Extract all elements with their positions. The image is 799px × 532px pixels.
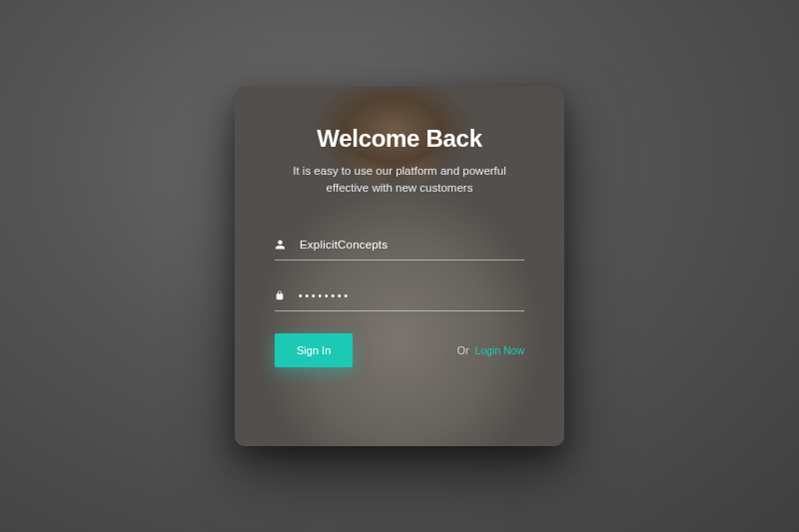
- subtitle-line-2: effective with new customers: [327, 182, 473, 194]
- password-field-wrap: [275, 282, 524, 311]
- form-actions: Sign In Or Login Now: [275, 333, 524, 367]
- signin-button[interactable]: Sign In: [275, 333, 353, 367]
- subtitle-line-1: It is easy to use our platform and power…: [293, 165, 506, 177]
- page-title: Welcome Back: [275, 125, 524, 153]
- login-alt: Or Login Now: [457, 344, 524, 356]
- username-field-wrap: [275, 232, 524, 261]
- page-subtitle: It is easy to use our platform and power…: [275, 163, 524, 199]
- card-content: Welcome Back It is easy to use our platf…: [235, 87, 564, 446]
- username-input[interactable]: [300, 239, 524, 251]
- login-card: Welcome Back It is easy to use our platf…: [235, 87, 564, 446]
- or-text: Or: [457, 344, 469, 356]
- login-now-link[interactable]: Login Now: [474, 344, 524, 356]
- login-form: Sign In Or Login Now: [275, 232, 524, 367]
- user-icon: [275, 239, 286, 251]
- lock-icon: [275, 289, 285, 301]
- password-input[interactable]: [299, 290, 524, 301]
